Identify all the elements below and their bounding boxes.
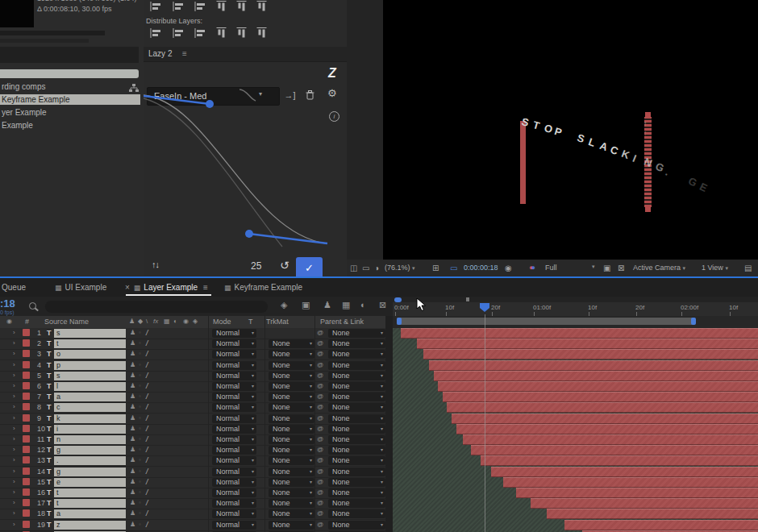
twirl-icon[interactable]: › bbox=[13, 488, 15, 496]
trkmat-select[interactable]: None▾ bbox=[269, 361, 314, 370]
quality-toggle-icon[interactable]: / bbox=[146, 468, 148, 476]
collapse-toggle-icon[interactable]: ◦ bbox=[139, 361, 141, 368]
layer-color-swatch[interactable] bbox=[23, 339, 30, 347]
parent-select[interactable]: None▾ bbox=[328, 521, 385, 530]
navigator-start-handle[interactable] bbox=[394, 297, 402, 302]
quality-toggle-icon[interactable]: / bbox=[146, 521, 148, 529]
layer-name-field[interactable]: t bbox=[54, 339, 126, 348]
trkmat-select[interactable]: None▾ bbox=[269, 414, 314, 423]
trkmat-select[interactable]: None▾ bbox=[269, 403, 314, 412]
parent-select[interactable]: None▾ bbox=[328, 509, 385, 518]
quality-toggle-icon[interactable]: / bbox=[146, 509, 148, 517]
trkmat-select[interactable]: None▾ bbox=[269, 468, 314, 476]
twirl-icon[interactable]: › bbox=[13, 329, 15, 336]
mode-select[interactable]: Normal▾ bbox=[212, 372, 256, 380]
layer-duration-bar[interactable] bbox=[503, 477, 758, 488]
shy-toggle-icon[interactable]: ♟ bbox=[130, 393, 135, 400]
layer-duration-bar[interactable] bbox=[516, 488, 758, 498]
mode-select[interactable]: Normal▾ bbox=[212, 414, 256, 423]
layer-bar-row[interactable] bbox=[393, 424, 758, 434]
quality-toggle-icon[interactable]: / bbox=[146, 350, 148, 358]
layer-row[interactable]: ›19Tz♟◦/Normal▾None▾@None▾ bbox=[0, 520, 393, 531]
layer-name-field[interactable]: c bbox=[54, 403, 126, 412]
layer-name-field[interactable]: n bbox=[54, 435, 126, 444]
timeline-search-field[interactable] bbox=[45, 301, 268, 313]
resolution-select[interactable]: Full bbox=[545, 264, 557, 272]
current-time-indicator-line[interactable] bbox=[485, 314, 485, 532]
layer-name-field[interactable]: i bbox=[54, 425, 126, 434]
twirl-icon[interactable]: › bbox=[13, 414, 15, 422]
twirl-icon[interactable]: › bbox=[13, 361, 15, 368]
layer-row[interactable]: ›17Tt♟◦/Normal▾None▾@None▾ bbox=[0, 498, 393, 509]
mode-select[interactable]: Normal▾ bbox=[212, 446, 256, 455]
layer-bar-row[interactable] bbox=[393, 498, 758, 509]
collapse-toggle-icon[interactable]: ◦ bbox=[139, 425, 141, 432]
layer-name-field[interactable]: l bbox=[54, 382, 126, 391]
parent-select[interactable]: None▾ bbox=[328, 456, 385, 465]
collapse-toggle-icon[interactable]: ◦ bbox=[139, 521, 141, 528]
layer-name-field[interactable]: t bbox=[54, 488, 126, 497]
layer-row[interactable]: ›9Tk♟◦/Normal▾None▾@None▾ bbox=[0, 414, 393, 425]
mode-select[interactable]: Normal▾ bbox=[212, 521, 256, 530]
layer-bar-row[interactable] bbox=[393, 371, 758, 381]
pickwhip-icon[interactable]: @ bbox=[317, 488, 323, 496]
layer-duration-bar[interactable] bbox=[564, 520, 758, 530]
quality-toggle-icon[interactable]: / bbox=[146, 446, 148, 454]
shy-toggle-icon[interactable]: ♟ bbox=[130, 521, 135, 528]
pickwhip-icon[interactable]: @ bbox=[317, 382, 323, 389]
distribute-right-icon[interactable] bbox=[255, 27, 269, 39]
project-item[interactable]: Example bbox=[0, 120, 140, 131]
mode-select[interactable]: Normal▾ bbox=[212, 361, 256, 370]
layer-color-swatch[interactable] bbox=[23, 382, 30, 389]
layer-color-swatch[interactable] bbox=[23, 488, 30, 496]
parent-select[interactable]: None▾ bbox=[328, 488, 385, 497]
layer-bar-row[interactable] bbox=[393, 349, 758, 360]
layer-bar-row[interactable] bbox=[393, 381, 758, 392]
close-icon[interactable]: × bbox=[125, 283, 130, 292]
layer-bar-row[interactable] bbox=[393, 392, 758, 402]
layer-color-swatch[interactable] bbox=[23, 435, 30, 443]
frame-blending-icon[interactable]: ▦ bbox=[342, 300, 350, 310]
quality-toggle-icon[interactable]: / bbox=[146, 339, 148, 347]
trkmat-select[interactable]: None▾ bbox=[269, 372, 314, 380]
twirl-icon[interactable]: › bbox=[13, 509, 15, 517]
trkmat-select[interactable]: None▾ bbox=[269, 478, 314, 487]
parent-select[interactable]: None▾ bbox=[328, 468, 385, 476]
collapse-toggle-icon[interactable]: ◦ bbox=[139, 446, 141, 453]
panel-divider[interactable] bbox=[385, 316, 393, 532]
trkmat-select[interactable]: None▾ bbox=[269, 521, 314, 530]
twirl-icon[interactable]: › bbox=[13, 456, 15, 463]
trkmat-select[interactable]: None▾ bbox=[269, 456, 314, 465]
lazy-panel-tab[interactable]: Lazy 2 ≡ bbox=[144, 47, 347, 62]
twirl-icon[interactable]: › bbox=[13, 468, 15, 475]
twirl-icon[interactable]: › bbox=[13, 435, 15, 443]
sort-updown-button[interactable]: ↑↓ bbox=[152, 260, 159, 269]
parent-select[interactable]: None▾ bbox=[328, 478, 385, 487]
header-trkmat[interactable]: TrkMat bbox=[266, 318, 289, 326]
pickwhip-icon[interactable]: @ bbox=[317, 372, 323, 379]
twirl-icon[interactable]: › bbox=[13, 372, 15, 379]
motion-blur-icon[interactable]: ◐ bbox=[360, 300, 366, 310]
layer-bar-row[interactable] bbox=[393, 434, 758, 445]
twirl-icon[interactable]: › bbox=[13, 339, 15, 347]
layer-row[interactable]: ›15Te♟◦/Normal▾None▾@None▾ bbox=[0, 477, 393, 488]
layer-bar-row[interactable] bbox=[393, 520, 758, 530]
layer-duration-bar[interactable] bbox=[447, 402, 758, 413]
tab-queue[interactable]: Queue bbox=[2, 278, 26, 297]
layer-bar-row[interactable] bbox=[393, 488, 758, 498]
quality-toggle-icon[interactable]: / bbox=[146, 361, 148, 369]
layer-color-swatch[interactable] bbox=[23, 446, 30, 453]
layer-row[interactable]: ›7Ta♟◦/Normal▾None▾@None▾ bbox=[0, 392, 393, 403]
layer-duration-bar[interactable] bbox=[456, 424, 758, 434]
shy-toggle-icon[interactable]: ♟ bbox=[130, 372, 135, 379]
quality-toggle-icon[interactable]: / bbox=[146, 488, 148, 497]
pickwhip-icon[interactable]: @ bbox=[317, 446, 323, 453]
collapse-toggle-icon[interactable]: ◦ bbox=[139, 403, 141, 410]
pickwhip-icon[interactable]: @ bbox=[317, 414, 323, 422]
view-layout-select[interactable]: 1 View ▾ bbox=[702, 264, 728, 272]
layer-duration-bar[interactable] bbox=[434, 371, 758, 381]
monitor-icon[interactable]: ▭ bbox=[362, 264, 369, 272]
layer-bar-row[interactable] bbox=[393, 339, 758, 349]
layer-bar-row[interactable] bbox=[393, 509, 758, 519]
layer-color-swatch[interactable] bbox=[23, 425, 30, 432]
